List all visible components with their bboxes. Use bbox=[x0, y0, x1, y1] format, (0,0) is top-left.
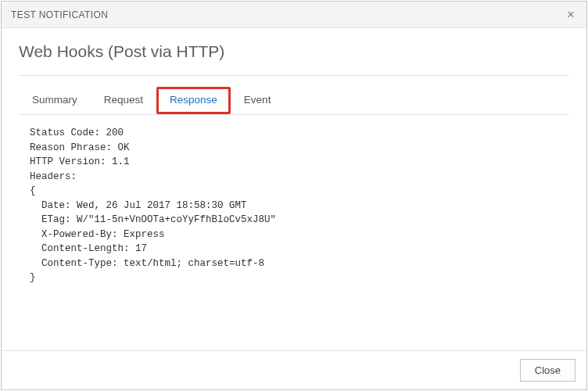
response-body: Status Code: 200 Reason Phrase: OK HTTP … bbox=[19, 115, 569, 285]
dialog-titlebar: TEST NOTIFICATION × bbox=[2, 2, 586, 28]
tab-response[interactable]: Response bbox=[156, 87, 231, 114]
page-title: Web Hooks (Post via HTTP) bbox=[19, 42, 569, 61]
dialog-content: Web Hooks (Post via HTTP) Summary Reques… bbox=[2, 28, 586, 350]
tab-request[interactable]: Request bbox=[91, 87, 156, 114]
close-icon[interactable]: × bbox=[563, 8, 579, 22]
close-button[interactable]: Close bbox=[520, 359, 575, 382]
dialog-title: TEST NOTIFICATION bbox=[11, 9, 108, 20]
tab-bar: Summary Request Response Event bbox=[19, 87, 569, 115]
dialog-footer: Close bbox=[2, 350, 586, 389]
tab-summary[interactable]: Summary bbox=[19, 87, 91, 114]
tab-event[interactable]: Event bbox=[231, 87, 285, 114]
test-notification-dialog: TEST NOTIFICATION × Web Hooks (Post via … bbox=[1, 1, 587, 390]
divider bbox=[19, 75, 569, 76]
